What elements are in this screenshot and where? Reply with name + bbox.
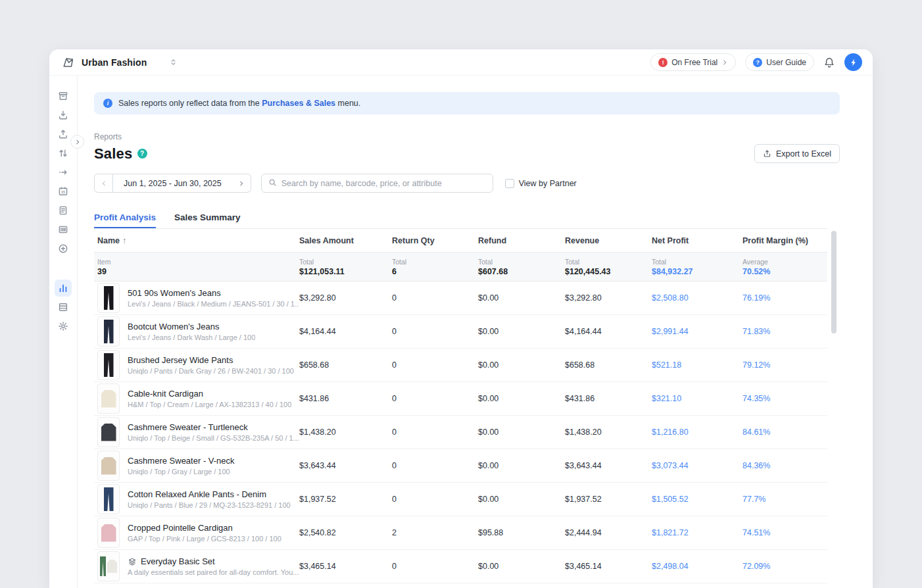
cell-sales-amount: $1,937.52 — [299, 495, 392, 504]
product-thumbnail — [97, 350, 120, 380]
export-to-excel-button[interactable]: Export to Excel — [754, 144, 840, 163]
cell-sales-amount: $3,643.44 — [299, 461, 392, 470]
table-row[interactable]: Cable-knit CardiganH&M / Top / Cream / L… — [94, 382, 827, 416]
prev-period-button[interactable] — [94, 174, 113, 193]
product-thumbnail — [97, 316, 120, 347]
table-scrollbar[interactable] — [831, 231, 837, 333]
company-switcher-icon[interactable] — [170, 58, 177, 66]
column-header-name[interactable]: Name↑ — [94, 236, 299, 245]
table-row[interactable]: Cropped Pointelle CardiganGAP / Top / Pi… — [94, 516, 827, 550]
cell-refund: $0.00 — [478, 495, 565, 504]
notifications-bell-icon[interactable] — [823, 57, 835, 68]
cell-net-profit: $1,216.80 — [652, 428, 742, 437]
chevron-right-icon — [721, 59, 728, 66]
sidebar-item-adjust[interactable] — [55, 164, 72, 181]
summary-cell: Item39 — [94, 258, 299, 276]
breadcrumb: Reports — [94, 132, 840, 141]
banner-text: Sales reports only reflect data from the… — [118, 99, 360, 108]
search-input[interactable] — [281, 179, 486, 188]
sidebar-item-analytics[interactable] — [55, 280, 72, 297]
cell-net-profit: $2,498.04 — [652, 562, 742, 571]
table-row[interactable]: Brushed Jersey Wide PantsUniqlo / Pants … — [94, 349, 827, 382]
summary-cell: Total$84,932.27 — [652, 258, 742, 276]
cell-net-profit: $1,505.52 — [652, 495, 742, 504]
summary-cell: Average70.52% — [742, 258, 827, 276]
column-header-refund: Refund — [478, 236, 565, 245]
product-name: Cashmere Sweater - V-neck — [128, 456, 235, 466]
cell-profit-margin: 76.19% — [742, 293, 827, 303]
cell-revenue: $3,292.80 — [565, 293, 652, 303]
cell-return-qty: 0 — [392, 562, 478, 571]
product-name: Brushed Jersey Wide Pants — [128, 355, 294, 365]
product-name: Bootcut Women's Jeans — [128, 322, 255, 331]
next-period-button[interactable] — [232, 174, 251, 193]
user-guide-button[interactable]: ? User Guide — [745, 53, 814, 71]
cell-refund: $0.00 — [478, 360, 565, 370]
table-row[interactable]: Bootcut Women's JeansLevi's / Jeans / Da… — [94, 315, 827, 349]
column-header-revenue: Revenue — [565, 236, 652, 245]
tab-sales-summary[interactable]: Sales Summary — [174, 212, 241, 228]
sidebar-item-scheduled[interactable]: 15 — [55, 183, 72, 200]
sidebar-item-stock-in[interactable] — [55, 107, 72, 124]
sidebar-item-data[interactable] — [55, 299, 72, 316]
help-circle-icon[interactable]: ? — [137, 149, 147, 159]
date-range-picker: Jun 1, 2025 - Jun 30, 2025 — [94, 174, 251, 193]
tab-profit-analysis[interactable]: Profit Analysis — [94, 212, 156, 228]
sidebar-item-transactions[interactable] — [55, 202, 72, 219]
view-by-partner-label: View by Partner — [519, 179, 577, 188]
cell-profit-margin: 84.61% — [742, 428, 827, 437]
product-thumbnail — [97, 283, 120, 313]
table-row[interactable]: Everyday Basic SetA daily essentials set… — [94, 550, 827, 583]
info-icon: i — [103, 99, 112, 108]
column-header-return-qty: Return Qty — [392, 236, 478, 245]
trial-label: On Free Trial — [671, 58, 717, 67]
table-row[interactable]: Cashmere Sweater - TurtleneckUniqlo / To… — [94, 416, 827, 449]
sidebar-item-barcode[interactable] — [55, 221, 72, 238]
company-name[interactable]: Urban Fashion — [82, 57, 147, 68]
checkbox-box[interactable] — [505, 179, 514, 188]
page-title: Sales — [94, 145, 133, 162]
table-row[interactable]: 501 90s Women's JeansLevi's / Jeans / Bl… — [94, 282, 827, 315]
product-attributes: Levi's / Jeans / Dark Wash / Large / 100 — [128, 333, 255, 341]
cell-revenue: $1,937.52 — [565, 495, 652, 504]
cell-revenue: $4,164.44 — [565, 327, 652, 336]
sidebar-item-move[interactable] — [55, 145, 72, 162]
sidebar: 15 — [49, 76, 78, 588]
user-guide-label: User Guide — [766, 58, 806, 67]
account-avatar[interactable] — [844, 53, 862, 71]
cell-sales-amount: $658.68 — [299, 360, 392, 370]
cell-return-qty: 0 — [392, 428, 478, 437]
cell-net-profit: $321.10 — [652, 394, 742, 403]
purchases-sales-link[interactable]: Purchases & Sales — [262, 99, 335, 108]
product-name: Cashmere Sweater - Turtleneck — [128, 422, 299, 432]
bundle-icon — [128, 557, 137, 566]
svg-text:15: 15 — [61, 190, 65, 194]
table-row[interactable]: Cashmere Sweater - V-neckUniqlo / Top / … — [94, 449, 827, 483]
free-trial-button[interactable]: ! On Free Trial — [650, 53, 736, 71]
product-name: Cotton Relaxed Ankle Pants - Denim — [128, 489, 291, 499]
sidebar-expand-button[interactable] — [70, 135, 84, 149]
product-thumbnail — [97, 417, 120, 447]
cell-profit-margin: 74.51% — [742, 528, 827, 537]
search-icon — [268, 178, 277, 189]
sidebar-item-settings[interactable] — [55, 318, 72, 335]
cell-revenue: $1,438.20 — [565, 428, 652, 437]
date-range-label[interactable]: Jun 1, 2025 - Jun 30, 2025 — [113, 174, 232, 193]
cell-return-qty: 0 — [392, 293, 478, 303]
trial-alert-icon: ! — [658, 58, 667, 67]
product-attributes: Uniqlo / Top / Beige / Small / GS-532B-2… — [128, 434, 299, 442]
app-window: Urban Fashion ! On Free Trial ? User Gui… — [49, 49, 873, 588]
export-label: Export to Excel — [776, 149, 831, 159]
sidebar-item-stock-out[interactable] — [55, 126, 72, 143]
view-by-partner-checkbox[interactable]: View by Partner — [505, 179, 577, 188]
sidebar-item-items[interactable] — [55, 87, 72, 105]
cell-profit-margin: 84.36% — [742, 461, 827, 470]
product-attributes: Uniqlo / Pants / Blue / 29 / MQ-23-1523-… — [128, 501, 291, 509]
cell-revenue: $3,643.44 — [565, 461, 652, 470]
cell-sales-amount: $3,465.14 — [299, 562, 392, 571]
cell-return-qty: 0 — [392, 327, 478, 336]
help-icon: ? — [753, 58, 762, 67]
cell-profit-margin: 77.7% — [742, 495, 827, 504]
table-row[interactable]: Cotton Relaxed Ankle Pants - DenimUniqlo… — [94, 483, 827, 516]
sidebar-item-add[interactable] — [55, 240, 72, 257]
